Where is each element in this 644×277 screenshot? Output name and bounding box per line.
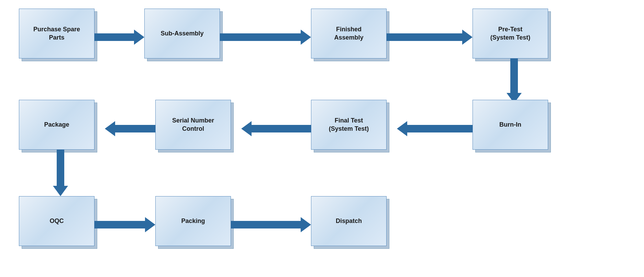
package-wrapper: Package <box>19 100 95 150</box>
arrow-package-to-oqc <box>53 150 68 196</box>
finished-assembly-label: FinishedAssembly <box>334 25 363 42</box>
arrow-body <box>510 58 518 93</box>
final-test-box: Final Test(System Test) <box>311 100 387 150</box>
burn-in-box: Burn-In <box>473 100 548 150</box>
final-test-wrapper: Final Test(System Test) <box>311 100 387 150</box>
serial-number-control-wrapper: Serial NumberControl <box>155 100 231 150</box>
package-box: Package <box>19 100 95 150</box>
oqc-box: OQC <box>19 196 95 246</box>
arrow-body <box>387 33 462 41</box>
arrow-packing-to-dispatch <box>231 217 311 232</box>
arrow-burnin-to-finaltest <box>397 121 473 136</box>
burn-in-wrapper: Burn-In <box>473 100 548 150</box>
arrow-body <box>220 33 301 41</box>
sub-assembly-box: Sub-Assembly <box>144 9 220 58</box>
burn-in-label: Burn-In <box>499 121 521 129</box>
packing-box: Packing <box>155 196 231 246</box>
oqc-wrapper: OQC <box>19 196 95 246</box>
arrow-pretest-to-burnin <box>507 58 522 103</box>
arrow-serial-to-package <box>105 121 155 136</box>
dispatch-wrapper: Dispatch <box>311 196 387 246</box>
arrow-finished-to-pretest <box>387 30 473 45</box>
arrow-sub-to-finished <box>220 30 311 45</box>
arrow-body <box>95 33 134 41</box>
serial-number-control-box: Serial NumberControl <box>155 100 231 150</box>
arrow-body <box>231 221 301 228</box>
sub-assembly-label: Sub-Assembly <box>160 30 203 38</box>
arrow-body <box>115 125 155 132</box>
arrow-purchase-to-sub <box>95 30 144 45</box>
flowchart: Purchase SpareParts Sub-Assembly Finishe… <box>0 0 644 277</box>
arrow-oqc-to-packing <box>95 217 155 232</box>
dispatch-label: Dispatch <box>336 217 362 225</box>
arrow-body <box>95 221 145 228</box>
package-label: Package <box>44 121 69 129</box>
sub-assembly-wrapper: Sub-Assembly <box>144 9 220 58</box>
packing-label: Packing <box>181 217 205 225</box>
oqc-label: OQC <box>49 217 64 225</box>
purchase-spare-parts-box: Purchase SpareParts <box>19 9 95 58</box>
pre-test-wrapper: Pre-Test(System Test) <box>473 9 548 58</box>
dispatch-box: Dispatch <box>311 196 387 246</box>
pre-test-box: Pre-Test(System Test) <box>473 9 548 58</box>
arrow-finaltest-to-serial <box>241 121 311 136</box>
finished-assembly-box: FinishedAssembly <box>311 9 387 58</box>
packing-wrapper: Packing <box>155 196 231 246</box>
arrow-body <box>252 125 311 132</box>
arrow-body <box>407 125 473 132</box>
arrow-body <box>57 150 64 186</box>
serial-number-control-label: Serial NumberControl <box>172 117 214 133</box>
pre-test-label: Pre-Test(System Test) <box>490 25 531 42</box>
final-test-label: Final Test(System Test) <box>329 117 369 133</box>
purchase-spare-parts-label: Purchase SpareParts <box>33 25 80 42</box>
finished-assembly-wrapper: FinishedAssembly <box>311 9 387 58</box>
purchase-spare-parts-wrapper: Purchase SpareParts <box>19 9 95 58</box>
